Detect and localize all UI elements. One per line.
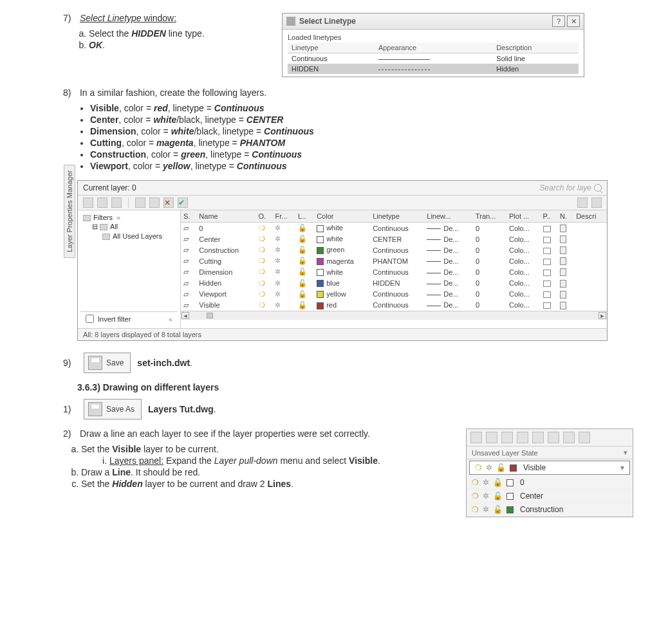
chevron-left-icon[interactable]: « [169,315,172,323]
lock-icon[interactable]: 🔓 [298,279,307,287]
newvp-icon[interactable] [560,291,566,299]
toolbar-icon[interactable] [579,432,590,443]
color-swatch[interactable] [317,280,324,287]
color-swatch[interactable] [317,291,324,298]
invert-filter-checkbox[interactable] [86,315,94,323]
column-header[interactable]: Linew... [424,210,473,223]
plot-icon[interactable] [543,226,551,232]
delete-layer-icon[interactable]: ✕ [163,198,174,208]
column-header[interactable]: O. [256,210,273,223]
layer-row[interactable]: ▱ Visible ❍ ✲ 🔓 red Continuous De... 0 C… [181,300,607,311]
on-icon[interactable]: ❍ [472,492,479,501]
on-icon[interactable]: ❍ [259,257,265,264]
freeze-icon[interactable]: ✲ [275,290,281,298]
color-swatch[interactable] [317,247,324,254]
layer-dropdown-item[interactable]: ❍ ✲ 🔓 Center [467,490,633,503]
layer-row[interactable]: ▱ Hidden ❍ ✲ 🔓 blue HIDDEN De... 0 Colo.… [181,277,607,288]
column-header[interactable]: Plot ... [506,210,541,223]
color-swatch[interactable] [317,258,324,265]
on-icon[interactable]: ❍ [259,235,265,243]
layer-row[interactable]: ▱ Cutting ❍ ✲ 🔓 magenta PHANTOM De... 0 … [181,255,607,266]
layer-row[interactable]: ▱ Center ❍ ✲ 🔓 white CENTER De... 0 Colo… [181,234,607,244]
lock-icon[interactable]: 🔓 [493,505,503,514]
freeze-icon[interactable]: ✲ [483,478,489,487]
on-icon[interactable]: ❍ [259,301,265,309]
save-as-button[interactable]: Save As [84,399,142,419]
on-icon[interactable]: ❍ [259,268,265,275]
color-swatch[interactable] [317,269,324,276]
freeze-icon[interactable]: ✲ [275,224,281,232]
on-icon[interactable]: ❍ [475,463,482,472]
save-button[interactable]: Save [84,353,131,373]
toolbar-icon[interactable] [470,432,482,443]
plot-icon[interactable] [543,291,551,298]
linetype-row[interactable]: ContinuousSolid line [288,53,579,64]
color-swatch[interactable] [317,225,324,232]
plot-icon[interactable] [543,248,551,254]
on-icon[interactable]: ❍ [259,279,265,287]
on-icon[interactable]: ❍ [259,246,265,253]
filters-tree[interactable]: Filters« ⊟ All All Used Layers Invert fi… [78,210,181,328]
lock-icon[interactable]: 🔓 [493,478,503,487]
lock-icon[interactable]: 🔓 [298,290,307,298]
newvp-icon[interactable] [560,246,566,254]
on-icon[interactable]: ❍ [472,478,479,487]
layer-dropdown-item[interactable]: ❍ ✲ 🔓 Construction [467,503,633,517]
toolbar-icon[interactable] [149,198,160,208]
settings-icon[interactable] [591,198,602,208]
layer-row[interactable]: ▱ 0 ❍ ✲ 🔓 white Continuous De... 0 Colo.… [181,223,607,234]
lock-icon[interactable]: 🔓 [298,257,307,264]
column-header[interactable]: Linetype [370,210,424,223]
layer-row[interactable]: ▱ Dimension ❍ ✲ 🔓 white Continuous De...… [181,266,607,277]
toolbar-icon[interactable] [501,432,513,443]
newvp-icon[interactable] [560,280,566,288]
column-header[interactable]: Fr... [272,210,295,223]
plot-icon[interactable] [543,237,551,243]
toolbar-icon[interactable] [97,198,107,208]
column-header[interactable]: N. [557,210,573,223]
search-placeholder[interactable]: Search for laye [539,183,591,192]
column-header[interactable]: L.. [295,210,314,223]
freeze-icon[interactable]: ✲ [483,505,489,514]
col-description[interactable]: Description [492,42,579,53]
layer-dropdown-item[interactable]: ❍ ✲ 🔓 0 [467,476,633,490]
layer-grid[interactable]: S.NameO.Fr...L..ColorLinetypeLinew...Tra… [181,210,607,311]
col-appearance[interactable]: Appearance [375,42,492,53]
scroll-thumb[interactable] [207,313,213,318]
on-icon[interactable]: ❍ [259,290,265,298]
toolbar-icon[interactable] [548,432,559,443]
freeze-icon[interactable]: ✲ [275,268,281,275]
set-current-icon[interactable]: ✔ [178,198,188,208]
freeze-icon[interactable]: ✲ [275,246,281,253]
layer-state-dropdown[interactable]: Unsaved Layer State ▾ [467,446,633,459]
column-header[interactable]: Descri [573,210,607,223]
plot-icon[interactable] [543,302,551,309]
color-swatch[interactable] [317,236,324,243]
toolbar-icon[interactable] [517,432,528,443]
freeze-icon[interactable]: ✲ [275,279,281,287]
column-header[interactable]: Tran... [473,210,506,223]
lock-icon[interactable]: 🔓 [298,268,307,275]
freeze-icon[interactable]: ✲ [275,235,281,243]
newvp-icon[interactable] [560,225,566,232]
toolbar-icon[interactable] [111,198,122,208]
on-icon[interactable]: ❍ [259,224,265,232]
lock-icon[interactable]: 🔓 [298,246,307,253]
refresh-icon[interactable] [577,198,588,208]
new-layer-icon[interactable] [135,198,145,208]
toolbar-icon[interactable] [563,432,575,443]
scroll-left-icon[interactable]: ◄ [181,312,189,319]
lock-icon[interactable]: 🔓 [496,463,506,472]
freeze-icon[interactable]: ✲ [275,257,281,264]
lock-icon[interactable]: 🔓 [298,235,307,243]
column-header[interactable]: P.. [541,210,557,223]
column-header[interactable]: Name [196,210,255,223]
col-linetype[interactable]: Linetype [288,42,375,53]
newvp-icon[interactable] [560,257,566,265]
layer-dropdown-item[interactable]: ❍ ✲ 🔓 Visible▾ [469,461,630,475]
plot-icon[interactable] [543,270,551,276]
toolbar-icon[interactable] [83,198,93,208]
dialog-titlebar[interactable]: Select Linetype ? ✕ [283,14,584,30]
freeze-icon[interactable]: ✲ [275,301,281,309]
scroll-right-icon[interactable]: ► [599,312,606,319]
